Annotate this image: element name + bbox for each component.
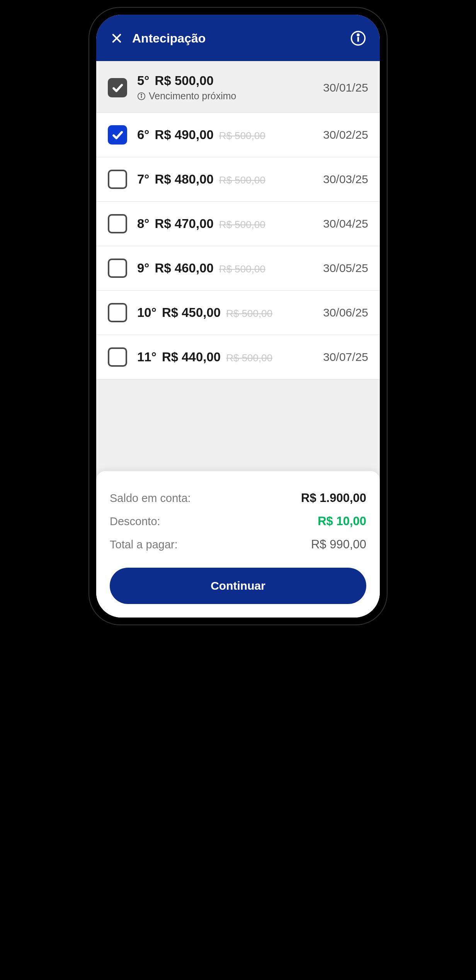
installment-original-amount: R$ 500,00 [219,219,265,231]
item-main-line: 9°R$ 460,00R$ 500,00 [137,261,313,276]
list-item[interactable]: 6°R$ 490,00R$ 500,0030/02/25 [96,113,380,157]
installment-ordinal: 10° [137,305,156,320]
info-icon[interactable] [350,30,366,46]
installment-amount: R$ 480,00 [155,172,214,187]
installment-amount: R$ 490,00 [155,128,214,142]
installment-list: 5°R$ 500,00Vencimento próximo30/01/256°R… [96,61,380,471]
total-value: R$ 990,00 [311,538,366,551]
app-header: Antecipação [96,15,380,61]
total-row: Total a pagar: R$ 990,00 [110,533,366,556]
item-content: 8°R$ 470,00R$ 500,00 [137,216,313,231]
installment-amount: R$ 460,00 [155,261,214,276]
list-item[interactable]: 7°R$ 480,00R$ 500,0030/03/25 [96,157,380,202]
installment-checkbox[interactable] [108,259,127,278]
summary-card: Saldo em conta: R$ 1.900,00 Desconto: R$… [96,471,380,618]
close-icon[interactable] [110,31,124,45]
phone-frame: Antecipação 5°R$ 500,00Vencimento próxim… [89,8,387,624]
list-item[interactable]: 5°R$ 500,00Vencimento próximo30/01/25 [96,61,380,113]
installment-amount: R$ 450,00 [162,305,221,320]
list-item[interactable]: 10°R$ 450,00R$ 500,0030/06/25 [96,291,380,335]
discount-label: Desconto: [110,515,160,528]
installment-checkbox[interactable] [108,78,127,97]
installment-checkbox[interactable] [108,214,127,233]
installment-amount: R$ 500,00 [155,73,214,88]
discount-row: Desconto: R$ 10,00 [110,510,366,533]
balance-value: R$ 1.900,00 [301,491,366,505]
item-content: 5°R$ 500,00Vencimento próximo [137,73,313,102]
item-content: 9°R$ 460,00R$ 500,00 [137,261,313,276]
installment-original-amount: R$ 500,00 [226,308,272,320]
installment-ordinal: 6° [137,128,150,142]
item-content: 11°R$ 440,00R$ 500,00 [137,350,313,364]
phone-screen: Antecipação 5°R$ 500,00Vencimento próxim… [96,15,380,618]
installment-original-amount: R$ 500,00 [219,130,265,142]
item-content: 10°R$ 450,00R$ 500,00 [137,305,313,320]
item-main-line: 5°R$ 500,00 [137,73,313,88]
installment-amount: R$ 470,00 [155,216,214,231]
list-item[interactable]: 11°R$ 440,00R$ 500,0030/07/25 [96,335,380,379]
installment-checkbox[interactable] [108,347,127,367]
installment-date: 30/06/25 [323,306,368,319]
installment-original-amount: R$ 500,00 [219,263,265,275]
installment-original-amount: R$ 500,00 [219,174,265,186]
installment-checkbox[interactable] [108,170,127,189]
svg-point-7 [141,94,142,95]
installment-ordinal: 5° [137,73,150,88]
item-main-line: 10°R$ 450,00R$ 500,00 [137,305,313,320]
warning-text: Vencimento próximo [149,90,236,102]
info-icon [137,92,146,100]
svg-point-4 [357,34,359,36]
installment-checkbox[interactable] [108,125,127,145]
installment-date: 30/01/25 [323,81,368,94]
item-main-line: 7°R$ 480,00R$ 500,00 [137,172,313,187]
installment-amount: R$ 440,00 [162,350,221,364]
item-main-line: 8°R$ 470,00R$ 500,00 [137,216,313,231]
discount-value: R$ 10,00 [318,514,366,528]
installment-ordinal: 11° [137,350,156,364]
installment-ordinal: 7° [137,172,150,187]
installment-date: 30/03/25 [323,173,368,186]
item-content: 6°R$ 490,00R$ 500,00 [137,128,313,142]
total-label: Total a pagar: [110,538,178,551]
installment-date: 30/07/25 [323,350,368,364]
installment-original-amount: R$ 500,00 [226,352,272,364]
item-content: 7°R$ 480,00R$ 500,00 [137,172,313,187]
installment-date: 30/04/25 [323,217,368,230]
item-main-line: 6°R$ 490,00R$ 500,00 [137,128,313,142]
continue-button[interactable]: Continuar [110,568,366,604]
list-item[interactable]: 8°R$ 470,00R$ 500,0030/04/25 [96,202,380,246]
installment-date: 30/05/25 [323,262,368,275]
installment-checkbox[interactable] [108,303,127,322]
installment-ordinal: 8° [137,216,150,231]
item-main-line: 11°R$ 440,00R$ 500,00 [137,350,313,364]
installment-date: 30/02/25 [323,128,368,141]
installment-ordinal: 9° [137,261,150,276]
due-soon-warning: Vencimento próximo [137,90,313,102]
page-title: Antecipação [132,31,342,46]
balance-row: Saldo em conta: R$ 1.900,00 [110,487,366,510]
balance-label: Saldo em conta: [110,492,191,505]
list-item[interactable]: 9°R$ 460,00R$ 500,0030/05/25 [96,246,380,291]
